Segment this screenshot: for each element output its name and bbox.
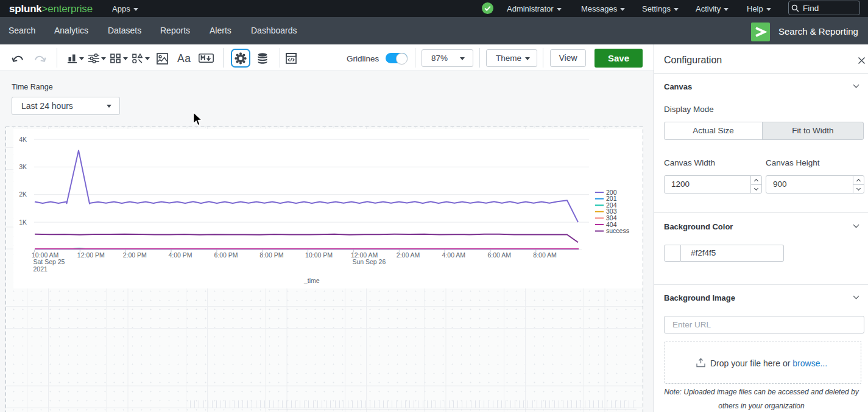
svg-text:2K: 2K — [19, 190, 27, 198]
svg-text:12:00 PM: 12:00 PM — [77, 251, 105, 259]
svg-text:success: success — [606, 227, 629, 234]
svg-text:10:00 PM: 10:00 PM — [305, 251, 333, 259]
svg-text:4:00 AM: 4:00 AM — [442, 251, 466, 259]
svg-text:8:00 AM: 8:00 AM — [533, 251, 557, 259]
svg-text:2021: 2021 — [34, 265, 48, 273]
svg-text:6:00 PM: 6:00 PM — [214, 251, 238, 259]
svg-text:2:00 AM: 2:00 AM — [397, 251, 420, 259]
svg-text:4K: 4K — [19, 136, 27, 143]
svg-text:Sun Sep 26: Sun Sep 26 — [352, 258, 386, 265]
svg-text:_time: _time — [303, 277, 320, 284]
svg-text:6:00 AM: 6:00 AM — [488, 251, 512, 259]
svg-text:3K: 3K — [19, 163, 27, 170]
svg-text:8:00 PM: 8:00 PM — [259, 251, 283, 259]
svg-text:4:00 PM: 4:00 PM — [169, 251, 192, 259]
svg-text:2:00 PM: 2:00 PM — [123, 251, 147, 259]
svg-text:1K: 1K — [19, 218, 27, 226]
svg-text:Sat Sep 25: Sat Sep 25 — [34, 258, 65, 265]
